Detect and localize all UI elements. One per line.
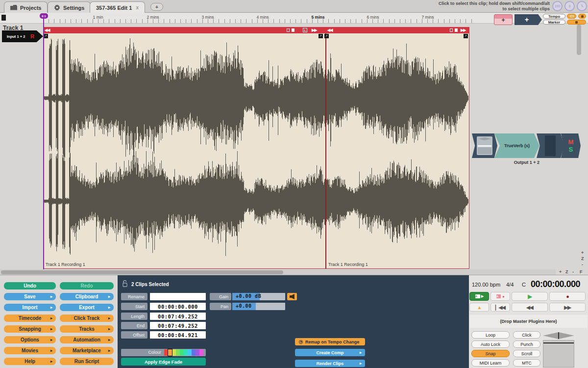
timecode-display[interactable]: 00:00:00.000	[531, 279, 580, 289]
punch-toggle[interactable]: Punch	[513, 341, 540, 348]
input-device-flag[interactable]: Input 1 + 2 R	[2, 30, 43, 42]
audio-clip[interactable]: ◀◀ L ▶▶ ◀◀ ▶▶ ↗ ↗ ↗ ↗ Track 1 Recording …	[43, 27, 469, 269]
run-script-button[interactable]: Run Script	[60, 358, 114, 365]
redo-button[interactable]: Redo	[60, 282, 114, 289]
punch-range-toggle[interactable]	[578, 14, 586, 19]
abort-button[interactable]: ▲	[469, 303, 489, 312]
pan-label[interactable]: Pan	[210, 303, 231, 310]
cpu-gauge-icon[interactable]: 100	[552, 1, 563, 11]
key-value[interactable]: C	[522, 282, 526, 288]
tab-settings[interactable]: Settings	[48, 1, 91, 13]
end-field-label[interactable]: End	[121, 322, 147, 329]
swatch-cyan[interactable]	[188, 349, 192, 356]
mute-solo-plugin[interactable]: M S	[561, 133, 581, 158]
clip1-loop-icon[interactable]: L	[303, 28, 307, 32]
rename-field-label[interactable]: Rename	[121, 293, 147, 300]
swatch-blue[interactable]	[192, 349, 196, 356]
volume-fader-widget[interactable]	[477, 136, 492, 155]
playhead-line[interactable]	[43, 15, 44, 269]
tab-projects[interactable]: Projects	[4, 1, 48, 13]
clip1-left-handle[interactable]: ↗	[44, 34, 48, 38]
auto-play-button[interactable]: A ▶	[469, 292, 489, 301]
hzoom-in-button[interactable]: +	[559, 269, 562, 274]
swatch-magenta[interactable]	[199, 349, 203, 356]
hzoom-out-button[interactable]: -	[572, 269, 574, 274]
clip1-marker-icon[interactable]	[287, 28, 290, 32]
clip1-right-handle[interactable]: ↗	[318, 34, 323, 38]
vzoom-out-button[interactable]: -	[582, 262, 583, 267]
level-meter-plugin[interactable]	[537, 133, 564, 158]
clip1-fade-in-icon[interactable]: ◀◀	[45, 27, 49, 33]
colour-picker[interactable]: Colour	[121, 349, 206, 356]
zoom-fit-button[interactable]: F	[580, 269, 583, 274]
gain-slider[interactable]: +0.00 dB	[232, 293, 285, 300]
clipboard-button[interactable]: Clipboard▸	[60, 293, 114, 300]
master-volume-fader[interactable]	[543, 340, 574, 368]
clip1-marker2-icon[interactable]	[292, 28, 294, 32]
mute-button[interactable]: M	[568, 138, 574, 146]
snapping-button[interactable]: Snapping▸	[4, 325, 56, 333]
timecode-button[interactable]: Timecode▸	[4, 315, 56, 322]
master-pan-diamond[interactable]	[543, 332, 574, 339]
play-button[interactable]: ▶	[512, 292, 548, 301]
time-signature-value[interactable]: 4/4	[506, 282, 514, 288]
render-clips-button[interactable]: Render Clips▸	[295, 360, 365, 367]
loop-range-toggle[interactable]	[567, 14, 576, 19]
auto-record-button[interactable]: A ●	[490, 292, 510, 301]
scroll-toggle[interactable]: Scroll	[513, 350, 540, 357]
apply-edge-fade-button[interactable]: Apply Edge Fade	[121, 358, 206, 366]
clip-waveform-area[interactable]	[43, 33, 469, 269]
volume-pan-plugin[interactable]	[472, 133, 497, 158]
marker-button[interactable]: Marker	[543, 20, 565, 25]
start-field-label[interactable]: Start	[121, 303, 147, 310]
import-button[interactable]: Import▸	[4, 304, 56, 311]
swatch-green[interactable]	[176, 349, 180, 356]
clip2-right-handle[interactable]: ↗	[464, 34, 468, 38]
close-tab-icon[interactable]: x	[136, 5, 139, 10]
clip2-left-handle[interactable]: ↗	[324, 34, 329, 38]
options-button[interactable]: Options▸	[4, 336, 56, 343]
panel-toggle-icon[interactable]	[1, 15, 6, 21]
export-button[interactable]: Export▸	[60, 304, 114, 311]
swatch-violet[interactable]	[196, 349, 199, 356]
clip1-fade-out-icon[interactable]: ▶▶	[312, 27, 317, 33]
tab-edit[interactable]: 357-365 Edit 1 x	[90, 1, 145, 13]
snap-toggle[interactable]: Snap	[471, 350, 510, 357]
swatch-spring[interactable]	[180, 349, 184, 356]
fast-forward-button[interactable]: ▶▶	[549, 303, 586, 312]
tempo-button[interactable]: Tempo	[543, 14, 565, 19]
length-field-value[interactable]: 00:07:49.252	[150, 313, 206, 320]
add-track-button[interactable]: +	[494, 14, 513, 25]
record-arm-button[interactable]: R	[30, 33, 34, 39]
automation-button[interactable]: Automation▸	[60, 336, 114, 343]
playhead-marker[interactable]: 0 1	[40, 13, 48, 19]
return-to-start-button[interactable]: ▏◀◀	[490, 303, 510, 312]
master-plugins-drop-area[interactable]: (Drop Master Plugins Here)	[469, 315, 588, 328]
loop-toggle[interactable]: Loop	[471, 331, 510, 339]
offset-field-value[interactable]: 00:00:04.921	[150, 331, 206, 339]
swatch-teal[interactable]	[184, 349, 188, 356]
rename-input[interactable]	[150, 293, 206, 300]
solo-button[interactable]: S	[569, 146, 573, 153]
range-wide-toggle[interactable]	[567, 20, 586, 25]
click-toggle[interactable]: Click	[513, 331, 540, 339]
new-tab-button[interactable]: +	[150, 3, 163, 11]
save-button[interactable]: Save▸	[4, 293, 56, 300]
movies-button[interactable]: Movies▸	[4, 347, 56, 354]
horizontal-scrollbar[interactable]	[1, 270, 283, 274]
start-field-value[interactable]: 00:00:00.000	[150, 303, 206, 310]
rewind-button[interactable]: ◀◀	[512, 303, 548, 312]
lock-open-icon[interactable]	[122, 280, 128, 287]
add-plugin-button[interactable]: +	[514, 14, 542, 25]
undo-button[interactable]: Undo	[4, 282, 56, 289]
track-name[interactable]: Track 1	[3, 25, 23, 31]
latency-gauge-icon[interactable]: 3	[564, 1, 575, 11]
remap-tempo-button[interactable]: Remap on Tempo Change	[295, 338, 365, 345]
create-comp-button[interactable]: Create Comp▸	[295, 349, 365, 356]
help-button[interactable]: Help▸	[4, 358, 56, 365]
record-button[interactable]: ●	[549, 292, 586, 301]
midi-learn-toggle[interactable]: MIDI Learn	[471, 359, 510, 367]
clip2-fade-in-icon[interactable]: ◀◀	[327, 27, 332, 33]
clock-gauge-icon[interactable]	[577, 1, 587, 11]
marketplace-button[interactable]: Marketplace▸	[60, 347, 114, 354]
